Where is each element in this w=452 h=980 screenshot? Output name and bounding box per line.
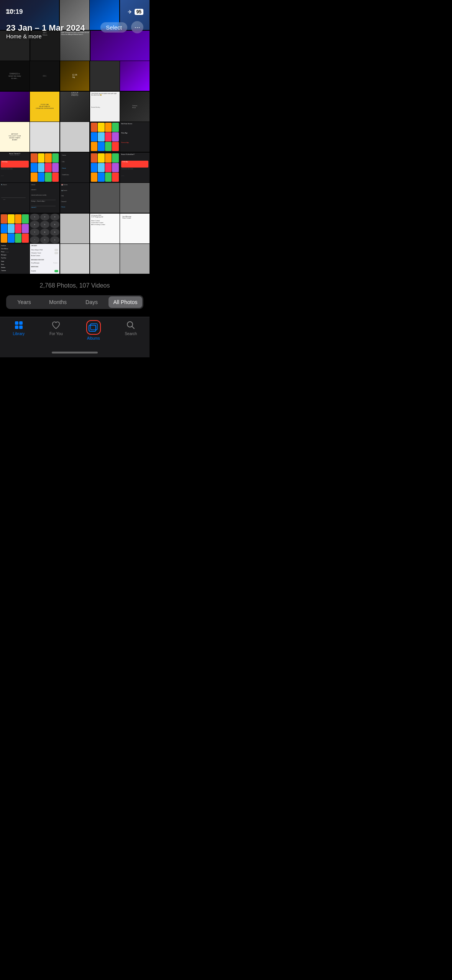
svg-rect-1 bbox=[19, 321, 23, 325]
photo-cell[interactable]: TraitorsFinal bbox=[120, 92, 150, 122]
svg-rect-3 bbox=[19, 326, 23, 329]
photo-cell[interactable]: GROUPPHOTO bbox=[60, 92, 90, 122]
photo-cell[interactable]: FOOD CANBE A FORM OFCREATIVE EXPRESSION bbox=[30, 92, 59, 122]
show-subject-field-label: Show Subject Field bbox=[31, 249, 43, 251]
library-icon bbox=[14, 320, 24, 330]
photo-cell[interactable]: Remove "Go North East"? Delete App Remov… bbox=[120, 153, 150, 183]
battery-badge: 95 bbox=[135, 9, 143, 15]
photo-cell[interactable]: Remove "Channel 4"?Remove it from Librar… bbox=[0, 153, 30, 183]
nav-albums-label: Albums bbox=[87, 336, 100, 340]
photo-cell[interactable] bbox=[0, 92, 30, 122]
photo-cell[interactable] bbox=[90, 61, 120, 91]
svg-rect-0 bbox=[15, 321, 18, 325]
more-icon: ··· bbox=[134, 23, 140, 31]
select-button[interactable]: Select bbox=[100, 22, 127, 33]
nav-search-label: Search bbox=[125, 332, 137, 336]
photo-cell[interactable] bbox=[90, 244, 120, 274]
photo-cell[interactable]: 🔍 Search q w e r bbox=[0, 183, 30, 213]
home-indicator bbox=[0, 348, 150, 357]
airplane-icon: ✈ bbox=[128, 9, 132, 15]
status-icons: ✈ 95 bbox=[128, 9, 143, 15]
photo-cell[interactable] bbox=[90, 183, 120, 213]
nav-library-label: Library bbox=[13, 332, 25, 336]
svg-rect-5 bbox=[90, 324, 97, 330]
photo-cell[interactable] bbox=[90, 153, 120, 183]
nav-for-you-label: For You bbox=[49, 332, 62, 336]
photo-cell[interactable] bbox=[60, 122, 90, 152]
bottom-navigation: Library For You Albums bbox=[0, 317, 150, 348]
photo-cell[interactable] bbox=[60, 244, 90, 274]
photo-cell[interactable]: £2.35/kg bbox=[60, 61, 90, 91]
photo-cell[interactable]: Camera Cells Chrome CitadelColour bbox=[60, 153, 90, 183]
seg-all-photos[interactable]: All Photos bbox=[108, 296, 142, 308]
svg-line-7 bbox=[132, 326, 135, 329]
photo-cell[interactable]: BBC bbox=[30, 61, 59, 91]
nav-for-you[interactable]: For You bbox=[38, 320, 75, 340]
photo-cell[interactable] bbox=[0, 214, 30, 243]
photo-cell[interactable]: DAMAGE isnever too easyto see... bbox=[0, 61, 30, 91]
for-you-icon bbox=[51, 320, 61, 330]
photo-cell[interactable] bbox=[90, 122, 120, 152]
photo-cell[interactable]: I don't think my prescription was quite … bbox=[90, 92, 120, 122]
albums-icon bbox=[87, 321, 100, 334]
photo-count: 2,768 Photos, 107 Videos bbox=[0, 275, 150, 295]
nav-search[interactable]: Search bbox=[112, 320, 150, 340]
photo-cell[interactable] bbox=[120, 244, 150, 274]
photo-cell[interactable] bbox=[60, 214, 90, 243]
seg-days[interactable]: Days bbox=[75, 296, 108, 308]
nav-library[interactable]: Library bbox=[0, 320, 38, 340]
nav-albums[interactable]: Albums bbox=[75, 320, 112, 340]
character-count-label: Character Count bbox=[31, 252, 41, 254]
photo-cell[interactable]: DREAMS Show Subject Field Character Coun… bbox=[30, 244, 59, 274]
seg-months[interactable]: Months bbox=[41, 296, 75, 308]
photo-cell[interactable] bbox=[120, 61, 150, 91]
photo-cell[interactable]: 1 2 3 4 5 6 7 8 9 * bbox=[30, 214, 59, 243]
photo-cell[interactable] bbox=[30, 153, 59, 183]
header-subtitle: Home & more bbox=[6, 33, 143, 39]
photo-cell[interactable]: ARTHUR!YOU LEFT YOURBOOBY TRAPSAGAIN! bbox=[0, 122, 30, 152]
photo-cell[interactable]: channel channel 4 channel performance mo… bbox=[30, 183, 59, 213]
status-bar: 10:19 ✈ 95 bbox=[0, 0, 150, 19]
seg-years[interactable]: Years bbox=[7, 296, 41, 308]
photo-cell[interactable] bbox=[30, 122, 59, 152]
view-segmented-control[interactable]: Years Months Days All Photos bbox=[6, 295, 143, 309]
photo-cell[interactable]: Edit Home Screen Share App Remove App bbox=[120, 122, 150, 152]
home-bar bbox=[52, 352, 98, 354]
photo-cell[interactable] bbox=[120, 183, 150, 213]
svg-rect-2 bbox=[15, 326, 18, 329]
albums-border bbox=[86, 320, 101, 335]
status-time: 10:19 bbox=[6, 8, 23, 16]
photo-cell[interactable]: 24 January 202411:37 Outgoing CallShare … bbox=[90, 214, 120, 243]
svg-rect-4 bbox=[89, 325, 96, 331]
more-button[interactable]: ··· bbox=[131, 21, 143, 33]
search-icon bbox=[126, 320, 136, 330]
photo-cell[interactable]: Send MessageShare Contact bbox=[120, 214, 150, 243]
header-actions: Select ··· bbox=[100, 21, 143, 33]
photo-cell[interactable]: Freeform Voice Memos Phone No SIM Messag… bbox=[0, 244, 30, 274]
photo-cell[interactable]: 📅 Calendar 📷 Camera Cells Channel 4 Chro… bbox=[60, 183, 90, 213]
